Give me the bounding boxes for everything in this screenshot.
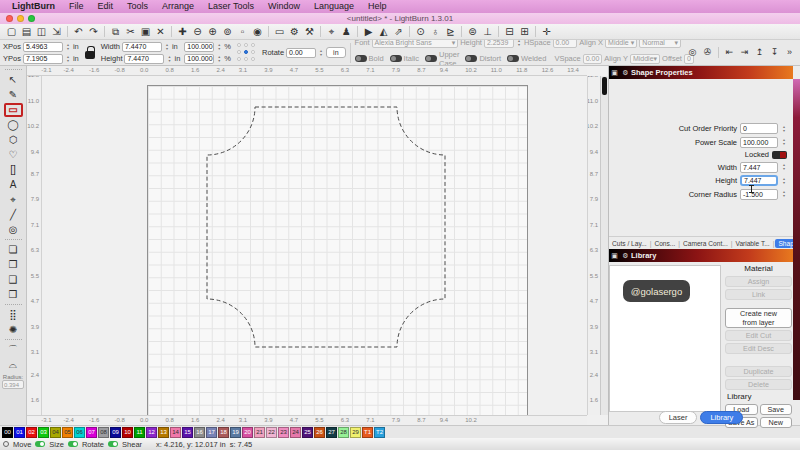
unit-toggle-button[interactable]: in [326, 47, 345, 58]
duplicate-button[interactable]: Duplicate [725, 366, 792, 377]
ypos-input[interactable]: 7.1905 [23, 54, 63, 64]
pan-icon[interactable]: ✚ [175, 24, 190, 39]
height-input[interactable]: 7.447 [740, 175, 778, 186]
menu-item-arrange[interactable]: Arrange [155, 0, 201, 13]
align-bottom-edge-icon[interactable]: ↧ [767, 45, 782, 60]
anchor-dot[interactable] [251, 43, 255, 47]
frame-selection-icon[interactable]: ▫ [235, 24, 250, 39]
boolean-subtract-tool[interactable]: ❑ [4, 273, 23, 287]
layer-color-10[interactable]: 10 [122, 427, 133, 438]
edit-text-tool[interactable]: [] [4, 163, 23, 177]
toolbar-overflow-chevron[interactable]: » [782, 45, 797, 60]
value-stepper[interactable]: ▴▾ [781, 162, 787, 172]
layer-color-18[interactable]: 18 [218, 427, 229, 438]
align-top-edge-icon[interactable]: ↥ [752, 45, 767, 60]
weld-tool[interactable]: ❏ [4, 243, 23, 257]
layer-color-08[interactable]: 08 [98, 427, 109, 438]
redo-icon[interactable]: ↷ [86, 24, 101, 39]
preview-window-icon[interactable]: ▭ [272, 24, 287, 39]
menu-item-lightburn[interactable]: LightBurn [5, 0, 62, 13]
boolean-intersect-tool[interactable]: ❒ [4, 288, 23, 302]
round-corner-tool[interactable]: ⌒ [4, 343, 23, 357]
anchor-dot[interactable] [251, 50, 255, 54]
xpos-stepper[interactable]: ▴▾ [65, 42, 71, 52]
align-v-center-icon[interactable]: ⊥ [480, 24, 495, 39]
fillet-radius-input[interactable]: 0.394 [2, 380, 24, 389]
rotate-input[interactable]: 0.00 [286, 48, 316, 58]
layer-color-02[interactable]: 02 [26, 427, 37, 438]
mirror-horizontal-icon[interactable]: ◭ [376, 24, 391, 39]
panel-tab-3[interactable]: Variable T... [733, 239, 771, 248]
layer-color-04[interactable]: 04 [50, 427, 61, 438]
layer-color-27[interactable]: 27 [326, 427, 337, 438]
rectangle-tool[interactable]: ▭ [4, 103, 23, 117]
import-file-icon[interactable]: ⇲ [49, 24, 64, 39]
scale-y-input[interactable]: 100.000 [184, 54, 214, 64]
rotate-toggle[interactable] [68, 441, 78, 447]
library-header[interactable]: ▣ ⚙ Library [609, 249, 793, 262]
alignx-dropdown[interactable]: Middle▾ [605, 40, 637, 48]
select-tool[interactable]: ↖ [4, 73, 23, 87]
width-input[interactable]: 7.4470 [122, 42, 162, 52]
anchor-dot-selected[interactable] [244, 50, 248, 54]
layer-color-16[interactable]: 16 [194, 427, 205, 438]
layer-color-17[interactable]: 17 [206, 427, 217, 438]
align-right-edge-icon[interactable]: ⇥ [737, 45, 752, 60]
corner-radius-input[interactable]: -1.500 [740, 189, 778, 200]
edit-desc-button[interactable]: Edit Desc [725, 343, 792, 354]
panel-tab-2[interactable]: Camera Cont... [681, 239, 730, 248]
layer-color-06[interactable]: 06 [74, 427, 85, 438]
hspace-input[interactable]: 0.00 [553, 40, 578, 48]
delete-icon[interactable]: ✕ [153, 24, 168, 39]
anchor-dot[interactable] [237, 50, 241, 54]
polygon-tool[interactable]: ⬡ [4, 133, 23, 147]
layer-color-14[interactable]: 14 [170, 427, 181, 438]
workspace-canvas[interactable]: -3.1-2.4-1.6-0.80.00.81.62.43.13.94.75.5… [27, 66, 608, 425]
layer-color-03[interactable]: 03 [38, 427, 49, 438]
zoom-window-button[interactable] [28, 15, 35, 22]
shape-properties-header[interactable]: ▣ ⚙ Shape Properties [609, 66, 793, 79]
align-h-center-icon[interactable]: ⊜ [465, 24, 480, 39]
distribute-v-icon[interactable]: ⊞ [517, 24, 532, 39]
copy-icon[interactable]: ⧉ [108, 24, 123, 39]
paste-icon[interactable]: ▣ [138, 24, 153, 39]
layer-color-13[interactable]: 13 [158, 427, 169, 438]
layer-color-29[interactable]: 29 [350, 427, 361, 438]
settings-gear-icon[interactable]: ⚙ [287, 24, 302, 39]
font-height-input[interactable]: 2.2539 [484, 40, 514, 48]
play-icon[interactable]: ▶ [361, 24, 376, 39]
bold-toggle[interactable] [355, 55, 367, 62]
layer-color-05[interactable]: 05 [62, 427, 73, 438]
layer-color-12[interactable]: 12 [146, 427, 157, 438]
offset-shapes-tool[interactable]: ◎ [4, 223, 23, 237]
link-button[interactable]: Link [725, 289, 792, 300]
ypos-stepper[interactable]: ▴▾ [65, 54, 71, 64]
tab-laser[interactable]: Laser [659, 411, 698, 424]
layer-color-07[interactable]: 07 [86, 427, 97, 438]
user-origin-icon[interactable]: ♟ [339, 24, 354, 39]
print-icon[interactable]: ✇ [700, 45, 715, 60]
edit-cut-button[interactable]: Edit Cut [725, 330, 792, 341]
height-stepper[interactable]: ▴▾ [166, 54, 172, 64]
levels-icon[interactable]: ⊵ [443, 24, 458, 39]
anchor-position-grid[interactable] [237, 43, 256, 62]
font-height-stepper[interactable]: ▴▾ [516, 40, 522, 48]
layer-color-00[interactable]: 00 [2, 427, 13, 438]
cut-icon[interactable]: ✂ [123, 24, 138, 39]
anchor-dot[interactable] [244, 43, 248, 47]
title-bar[interactable]: <untitled> * - LightBurn 1.3.01 [0, 13, 800, 24]
close-window-button[interactable] [6, 15, 13, 22]
corner-shape-tool[interactable]: ⌓ [4, 358, 23, 372]
menu-item-tools[interactable]: Tools [120, 0, 155, 13]
vertical-scrollbar[interactable] [600, 76, 608, 415]
welded-toggle[interactable] [507, 55, 519, 62]
value-stepper[interactable]: ▴▾ [781, 124, 787, 134]
zoom-in-icon[interactable]: ⊕ [205, 24, 220, 39]
ellipse-tool[interactable]: ◯ [4, 118, 23, 132]
grid-array-tool[interactable]: ⣿ [4, 308, 23, 322]
camera-capture-icon[interactable]: ◉ [250, 24, 265, 39]
value-stepper[interactable]: ▴▾ [781, 176, 787, 186]
layer-color-T2[interactable]: T2 [374, 427, 385, 438]
layer-color-11[interactable]: 11 [134, 427, 145, 438]
save-file-icon[interactable]: ◫ [34, 24, 49, 39]
